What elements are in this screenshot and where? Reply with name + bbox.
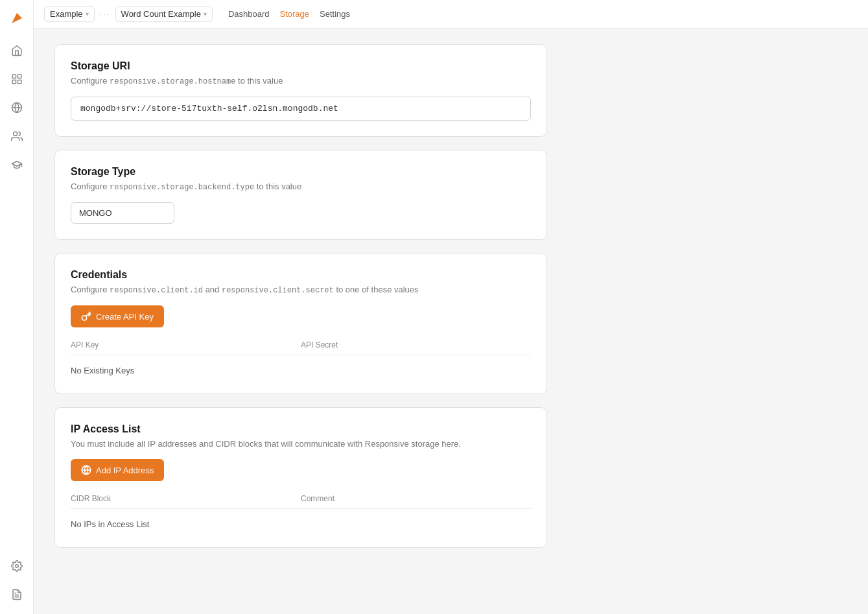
home-icon[interactable] [5,39,29,62]
breadcrumb-example-label: Example [50,9,83,19]
ip-access-card: IP Access List You must include all IP a… [54,407,547,548]
app-logo [6,8,27,29]
credentials-subtitle: Configure responsive.client.id and respo… [71,285,531,295]
nav-settings[interactable]: Settings [320,9,350,19]
cred-text1: Configure [71,285,110,294]
storage-type-card: Storage Type Configure responsive.storag… [54,150,547,240]
graduation-icon[interactable] [5,153,29,176]
svg-rect-0 [12,75,16,78]
nav-storage[interactable]: Storage [280,9,310,19]
storage-type-input[interactable] [71,202,174,224]
svg-point-6 [13,132,17,136]
col-comment: Comment [301,494,531,503]
storage-uri-subtitle: Configure responsive.storage.hostname to… [71,76,531,86]
type-subtitle-text2: to this value [254,182,301,191]
svg-rect-2 [18,80,21,84]
create-api-key-button[interactable]: Create API Key [71,305,164,327]
storage-uri-title: Storage URI [71,60,531,72]
breadcrumb-example[interactable]: Example ▾ [44,6,95,22]
grid-icon[interactable] [5,67,29,91]
cred-code1: responsive.client.id [110,286,203,295]
sidebar [0,0,34,614]
topnav-links: Dashboard Storage Settings [228,9,350,19]
col-cidr: CIDR Block [71,494,301,503]
svg-rect-1 [18,75,21,78]
ip-access-title: IP Access List [71,423,531,435]
type-subtitle-text1: Configure [71,182,110,191]
credentials-empty-message: No Existing Keys [71,355,531,378]
document-list-icon[interactable] [5,583,29,606]
cred-code2: responsive.client.secret [222,286,334,295]
add-ip-label: Add IP Address [96,466,154,475]
storage-uri-card: Storage URI Configure responsive.storage… [54,44,547,137]
create-api-key-label: Create API Key [96,312,154,322]
breadcrumb-word-count[interactable]: Word Count Example ▾ [115,6,213,22]
add-ip-address-button[interactable]: Add IP Address [71,459,164,481]
topnav: Example ▾ ··· Word Count Example ▾ Dashb… [34,0,868,29]
cred-text3: to one of these values [334,285,419,294]
breadcrumb-word-count-label: Word Count Example [121,9,201,19]
credentials-table-header: API Key API Secret [71,335,531,355]
ip-table-header: CIDR Block Comment [71,489,531,509]
users-icon[interactable] [5,124,29,148]
globe-icon[interactable] [5,96,29,119]
settings-icon[interactable] [5,554,29,578]
page-content: Storage URI Configure responsive.storage… [34,29,868,614]
credentials-title: Credentials [71,269,531,281]
ip-empty-message: No IPs in Access List [71,509,531,532]
subtitle-code: responsive.storage.hostname [110,77,235,86]
breadcrumb-separator: ··· [100,10,110,19]
breadcrumb-chevron-icon: ▾ [86,10,89,18]
main-wrapper: Example ▾ ··· Word Count Example ▾ Dashb… [34,0,868,614]
svg-rect-3 [12,80,16,84]
col-api-secret: API Secret [301,340,531,349]
key-icon [81,311,91,322]
globe-add-icon [81,465,91,475]
nav-dashboard[interactable]: Dashboard [228,9,270,19]
ip-access-subtitle: You must include all IP addresses and CI… [71,439,531,449]
logo-icon [8,9,26,27]
storage-uri-input[interactable] [71,97,531,121]
storage-type-subtitle: Configure responsive.storage.backend.typ… [71,182,531,192]
subtitle-text1: Configure [71,76,110,86]
breadcrumb-chevron2-icon: ▾ [204,10,207,18]
col-api-key: API Key [71,340,301,349]
credentials-card: Credentials Configure responsive.client.… [54,253,547,394]
sidebar-bottom [5,554,29,606]
type-subtitle-code: responsive.storage.backend.type [110,183,254,192]
subtitle-text2: to this value [235,76,283,86]
svg-point-7 [15,565,18,568]
storage-type-title: Storage Type [71,166,531,178]
cred-text2: and [203,285,222,294]
